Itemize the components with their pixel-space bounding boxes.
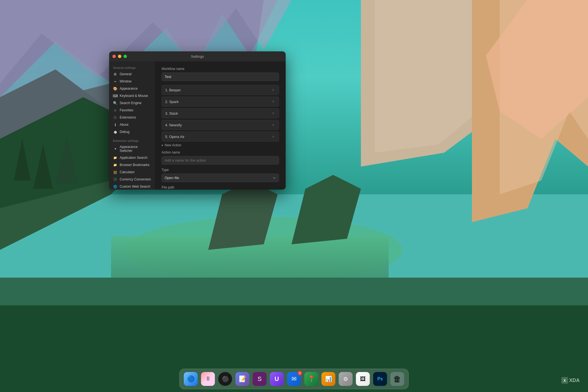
sidebar-item-calculator[interactable]: 🧮 Calculator [109, 169, 155, 176]
workflow-item: 3. Slack × [162, 108, 279, 118]
sidebar-item-application-search[interactable]: 📁 Application Search [109, 154, 155, 161]
type-label: Type [162, 168, 279, 172]
launchpad-icon: ⠿ [206, 376, 210, 382]
sidebar-item-appearance[interactable]: 🎨 Appearance [109, 85, 155, 92]
dock-item-ueli[interactable]: U [269, 371, 285, 387]
custom-web-search-icon: 🌐 [113, 184, 117, 189]
dock-item-craft[interactable]: 📝 [235, 371, 250, 387]
sidebar-item-label: Appearance Switcher [120, 145, 151, 153]
keyboard-icon: ⌨ [113, 94, 117, 98]
window-controls [112, 55, 127, 58]
workflow-item-close-5[interactable]: × [271, 134, 275, 139]
file-path-row: File path 📄 📁 [162, 185, 279, 190]
workflow-name-input[interactable] [162, 72, 279, 81]
sidebar-item-window[interactable]: ▪▪ Window [109, 78, 155, 85]
trash-icon: 🗑 [393, 375, 401, 384]
appearance-switcher-icon: ✦ [113, 147, 117, 151]
workflow-item-close-4[interactable]: × [271, 123, 275, 127]
workflow-item: 5. Opera Air × [162, 132, 279, 142]
dock-item-preview[interactable]: 🖼 [355, 371, 371, 387]
sidebar-item-label: Application Search [120, 156, 147, 160]
dock-item-finder[interactable]: 🔵 [183, 371, 198, 387]
debug-icon: ⬤ [113, 130, 117, 134]
action-name-row: Action name [162, 150, 279, 165]
preview-icon: 🖼 [360, 376, 366, 382]
sidebar-item-label: Keyboard & Mouse [120, 94, 148, 98]
window-title: Settings [191, 54, 204, 59]
workflow-item-close-2[interactable]: × [271, 99, 275, 104]
workflow-item-close-3[interactable]: × [271, 111, 275, 115]
dock: 🔵 ⠿ ⚫ 📝 S U ✉ 8 � [179, 369, 409, 389]
sidebar-item-search-engine[interactable]: 🔍 Search Engine [109, 99, 155, 107]
workflow-item-label: 1. Beeper [165, 88, 181, 92]
sidebar-item-label: Currency Conversion [120, 177, 151, 181]
sidebar-item-label: Extensions [120, 115, 136, 119]
sidebar-item-label: Appearance [120, 87, 138, 91]
extension-section-label: Extension settings [109, 138, 155, 144]
about-icon: ℹ [113, 122, 117, 127]
new-action-label: New Action [165, 143, 181, 147]
chevron-down-icon: ▾ [162, 144, 163, 147]
new-action-header[interactable]: ▾ New Action [162, 143, 279, 147]
dock-item-system-preferences[interactable]: ⚙ [338, 371, 353, 387]
sidebar-item-label: Window [120, 79, 132, 83]
dock-item-maps[interactable]: 📍 [303, 371, 319, 387]
extensions-icon: ⬡ [113, 115, 117, 120]
dock-item-istatmenus[interactable]: 📊 [321, 371, 336, 387]
workflow-item: 1. Beeper × [162, 85, 279, 95]
sidebar-item-debug[interactable]: ⬤ Debug [109, 128, 155, 135]
sidebar-item-keyboard-mouse[interactable]: ⌨ Keyboard & Mouse [109, 92, 155, 99]
sidebar-item-custom-web-search[interactable]: 🌐 Custom Web Search [109, 183, 155, 190]
sidebar-item-label: General [120, 72, 132, 76]
sidebar-item-label: Calculator [120, 170, 135, 174]
main-content: Workflow name 1. Beeper × 2. Spark × 3. … [155, 61, 286, 190]
action-name-input[interactable] [162, 156, 279, 165]
browser-bookmarks-icon: 📁 [113, 163, 117, 167]
general-icon: ⚙ [113, 72, 117, 76]
workflow-item-label: 5. Opera Air [165, 135, 184, 139]
favorites-icon: ☆ [113, 108, 117, 112]
window-minimize-button[interactable] [118, 55, 121, 58]
sidebar-item-general[interactable]: ⚙ General [109, 71, 155, 78]
currency-icon: 💱 [113, 177, 117, 182]
sidebar-item-browser-bookmarks[interactable]: 📁 Browser Bookmarks [109, 161, 155, 169]
xda-label: XDA [569, 378, 580, 383]
craft-icon: 📝 [239, 375, 246, 383]
window-maximize-button[interactable] [124, 55, 127, 58]
workflow-item: 4. Newsify × [162, 120, 279, 130]
workflow-item-label: 2. Spark [165, 100, 179, 104]
slack-icon: S [258, 375, 262, 383]
action-name-label: Action name [162, 150, 279, 154]
window-titlebar: Settings [109, 51, 286, 61]
workflow-item-close-1[interactable]: × [271, 88, 275, 92]
dock-item-launchpad[interactable]: ⠿ [200, 371, 216, 387]
sidebar-item-appearance-switcher[interactable]: ✦ Appearance Switcher [109, 144, 155, 154]
dock-item-trash[interactable]: 🗑 [390, 371, 405, 387]
sidebar-item-favorites[interactable]: ☆ Favorites [109, 107, 155, 114]
dock-item-mail[interactable]: ✉ 8 [286, 371, 302, 387]
desktop-background [0, 0, 588, 392]
dock-item-orion[interactable]: ⚫ [217, 371, 233, 387]
sidebar: General settings ⚙ General ▪▪ Window 🎨 A… [109, 61, 155, 190]
sidebar-item-currency-conversion[interactable]: 💱 Currency Conversion [109, 176, 155, 183]
window-body: General settings ⚙ General ▪▪ Window 🎨 A… [109, 61, 286, 190]
sidebar-item-extensions[interactable]: ⬡ Extensions [109, 114, 155, 121]
sidebar-item-about[interactable]: ℹ About [109, 121, 155, 128]
ueli-icon: U [275, 375, 279, 383]
sidebar-item-label: Custom Web Search [120, 185, 150, 189]
sidebar-item-label: Debug [120, 130, 129, 134]
finder-icon: 🔵 [187, 375, 195, 383]
workflow-item: 2. Spark × [162, 97, 279, 107]
application-search-icon: 📁 [113, 155, 117, 160]
calculator-icon: 🧮 [113, 170, 117, 174]
dock-item-slack[interactable]: S [252, 371, 267, 387]
general-section-label: General settings [109, 65, 155, 71]
xda-watermark: X XDA [561, 377, 580, 384]
xda-logo-icon: X [561, 377, 568, 384]
dock-item-photoshop[interactable]: Ps [372, 371, 388, 387]
window-close-button[interactable] [112, 55, 116, 58]
mail-badge: 8 [298, 371, 302, 375]
svg-text:X: X [564, 379, 566, 383]
maps-icon: 📍 [308, 375, 315, 383]
type-select[interactable]: Open file Open URL Run script [162, 174, 279, 182]
